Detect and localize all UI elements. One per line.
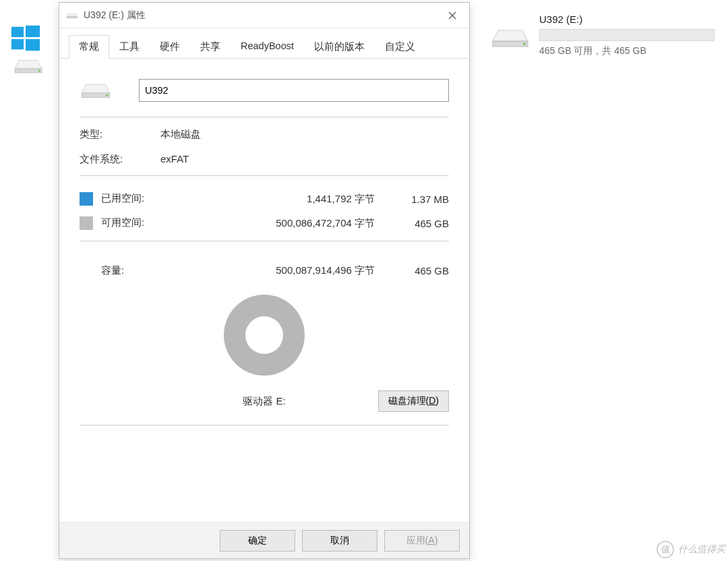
tab-6[interactable]: 自定义: [375, 35, 425, 58]
svg-point-6: [38, 70, 40, 72]
close-icon: [448, 11, 456, 20]
capacity-table: 容量: 500,087,914,496 字节 465 GB: [80, 252, 449, 288]
capacity-readable: 465 GB: [388, 252, 449, 288]
tab-4[interactable]: ReadyBoost: [231, 35, 304, 58]
tab-2[interactable]: 硬件: [150, 35, 190, 58]
free-bytes: 500,086,472,704 字节: [181, 211, 388, 235]
svg-marker-7: [493, 30, 528, 41]
used-space-row: 已用空间: 1,441,792 字节 1.37 MB: [80, 187, 449, 211]
svg-marker-12: [82, 84, 110, 93]
used-bytes: 1,441,792 字节: [181, 187, 388, 211]
free-color-swatch: [80, 216, 93, 230]
tab-5[interactable]: 以前的版本: [304, 35, 375, 58]
used-readable: 1.37 MB: [388, 187, 449, 211]
apply-button: 应用(A): [384, 530, 460, 552]
svg-marker-4: [15, 61, 42, 69]
fs-label: 文件系统:: [80, 153, 160, 166]
type-label: 类型:: [80, 128, 160, 141]
svg-rect-0: [11, 27, 24, 37]
watermark: 值 什么值得买: [657, 541, 725, 558]
capacity-bytes: 500,087,914,496 字节: [181, 252, 388, 288]
fs-value: exFAT: [160, 153, 449, 166]
used-color-swatch: [80, 192, 93, 206]
disk-cleanup-button[interactable]: 磁盘清理(D): [378, 390, 449, 412]
windows-logo-icon[interactable]: [4, 23, 47, 56]
tab-strip: 常规工具硬件共享ReadyBoost以前的版本自定义: [59, 28, 469, 59]
tab-general-content: 类型: 本地磁盘 文件系统: exFAT 已用空间: 1,441,792 字节 …: [59, 59, 469, 443]
drive-caption[interactable]: U392 (E:): [539, 13, 715, 25]
free-space-row: 可用空间: 500,086,472,704 字节 465 GB: [80, 211, 449, 235]
separator: [80, 117, 449, 117]
space-table: 已用空间: 1,441,792 字节 1.37 MB 可用空间: 500,086…: [80, 187, 449, 235]
svg-rect-8: [493, 41, 528, 47]
free-readable: 465 GB: [388, 211, 449, 235]
svg-rect-1: [26, 26, 40, 37]
drive-letter-label: 驱动器 E:: [243, 395, 285, 408]
svg-rect-13: [82, 93, 110, 97]
dialog-button-row: 确定 取消 应用(A): [59, 522, 469, 558]
separator: [80, 425, 449, 425]
drive-icon: [66, 9, 78, 22]
cancel-button[interactable]: 取消: [302, 530, 377, 552]
svg-rect-3: [26, 39, 40, 51]
titlebar[interactable]: U392 (E:) 属性: [59, 3, 469, 28]
svg-point-14: [106, 94, 108, 96]
drive-name-input[interactable]: [139, 79, 449, 102]
separator: [80, 241, 449, 241]
capacity-label: 容量:: [101, 264, 124, 276]
svg-marker-10: [67, 13, 78, 16]
dialog-title: U392 (E:) 属性: [84, 9, 435, 22]
drive-subtext: 465 GB 可用，共 465 GB: [539, 45, 715, 57]
free-label: 可用空间:: [101, 216, 144, 228]
watermark-badge-icon: 值: [657, 541, 674, 558]
tab-1[interactable]: 工具: [109, 35, 150, 58]
tab-0[interactable]: 常规: [69, 35, 109, 59]
type-value: 本地磁盘: [160, 128, 449, 141]
used-label: 已用空间:: [101, 192, 144, 204]
drive-large-icon: [80, 81, 112, 100]
tab-3[interactable]: 共享: [190, 35, 231, 58]
drive-icon-right[interactable]: [489, 27, 532, 49]
close-button[interactable]: [435, 3, 469, 28]
drive-usage-bar: [539, 29, 715, 41]
svg-rect-2: [11, 39, 24, 49]
svg-rect-5: [15, 69, 42, 73]
separator: [80, 175, 449, 176]
usage-pie-chart: [224, 295, 305, 376]
svg-rect-11: [67, 16, 78, 18]
drive-info-panel: U392 (E:) 465 GB 可用，共 465 GB: [539, 13, 715, 57]
ok-button[interactable]: 确定: [220, 530, 295, 552]
svg-point-9: [523, 42, 526, 45]
drive-icon-left[interactable]: [7, 58, 50, 74]
properties-dialog: U392 (E:) 属性 常规工具硬件共享ReadyBoost以前的版本自定义 …: [59, 2, 470, 559]
capacity-row: 容量: 500,087,914,496 字节 465 GB: [80, 252, 449, 288]
watermark-text: 什么值得买: [678, 543, 725, 556]
